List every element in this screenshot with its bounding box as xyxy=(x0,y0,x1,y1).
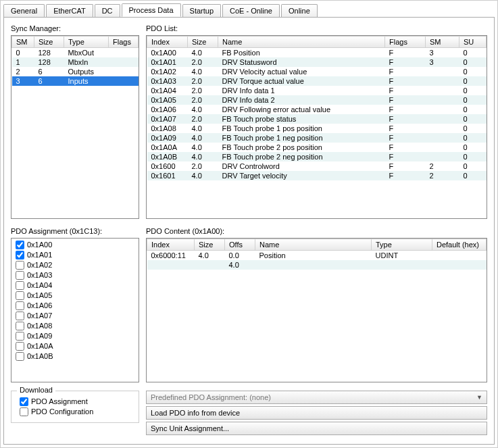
pdo-assignment-list[interactable]: 0x1A000x1A010x1A020x1A030x1A040x1A050x1A… xyxy=(11,238,139,382)
table-row[interactable]: 0x1A064.0DRV Following error actual valu… xyxy=(147,105,487,114)
assignment-item[interactable]: 0x1A00 xyxy=(13,240,137,250)
predefined-pdo-select[interactable]: Predefined PDO Assignment: (none) ▼ xyxy=(146,391,487,404)
assignment-item[interactable]: 0x1A01 xyxy=(13,250,137,260)
table-row[interactable]: 0x16014.0DRV Target velocityF20 xyxy=(147,171,487,180)
table-row[interactable]: 0x1A0B4.0FB Touch probe 2 neg positionF0 xyxy=(147,152,487,161)
assignment-item[interactable]: 0x1A09 xyxy=(13,331,137,341)
column-header[interactable]: SU xyxy=(459,36,487,48)
table-row[interactable]: 0x1A072.0FB Touch probe statusF0 xyxy=(147,114,487,124)
column-header[interactable]: Type xyxy=(64,36,109,48)
pdo-list-table[interactable]: IndexSizeNameFlagsSMSU0x1A004.0FB Positi… xyxy=(146,35,487,219)
table-row[interactable]: 0x1A004.0FB PositionF30 xyxy=(147,48,487,58)
cell: F xyxy=(385,124,426,133)
assignment-checkbox[interactable] xyxy=(16,352,24,361)
column-header[interactable]: Default (hex) xyxy=(432,239,487,251)
table-row[interactable]: 26Outputs xyxy=(12,67,139,76)
column-header[interactable]: Name xyxy=(218,36,385,48)
tab-dc[interactable]: DC xyxy=(95,4,120,17)
column-header[interactable]: Index xyxy=(147,239,195,251)
table-row[interactable]: 4.0 xyxy=(147,260,487,270)
cell: FB Touch probe 1 pos position xyxy=(218,124,385,133)
cell: 2.0 xyxy=(188,161,218,171)
assignment-checkbox[interactable] xyxy=(16,322,24,330)
pdo-content-table[interactable]: IndexSizeOffsNameTypeDefault (hex)0x6000… xyxy=(146,238,487,382)
column-header[interactable]: Size xyxy=(188,36,218,48)
table-row[interactable]: 0x1A052.0DRV Info data 2F0 xyxy=(147,95,487,105)
assignment-item[interactable]: 0x1A07 xyxy=(13,311,137,321)
assignment-id: 0x1A07 xyxy=(27,311,52,321)
cell xyxy=(109,67,139,76)
cell: DRV Velocity actual value xyxy=(218,67,385,76)
assignment-checkbox[interactable] xyxy=(16,342,24,351)
sync-manager-label: Sync Manager: xyxy=(11,24,139,32)
column-header[interactable]: Flags xyxy=(109,36,139,48)
assignment-item[interactable]: 0x1A02 xyxy=(13,260,137,270)
cell: 4.0 xyxy=(188,171,218,180)
assignment-item[interactable]: 0x1A0A xyxy=(13,341,137,351)
cell: 0x1A02 xyxy=(147,67,188,76)
assignment-checkbox[interactable] xyxy=(16,281,24,290)
column-header[interactable]: SM xyxy=(12,36,34,48)
cell: 0 xyxy=(459,114,487,124)
tab-process-data[interactable]: Process Data xyxy=(122,3,181,17)
cell: 0x1A09 xyxy=(147,133,188,143)
cell: MbxIn xyxy=(64,57,109,67)
table-row[interactable]: 0x6000:114.00.0PositionUDINT xyxy=(147,251,487,261)
pdo-configuration-checkbox[interactable] xyxy=(20,407,28,416)
assignment-checkbox[interactable] xyxy=(16,251,24,259)
table-row[interactable]: 0x1A094.0FB Touch probe 1 neg positionF0 xyxy=(147,133,487,143)
column-header[interactable]: Flags xyxy=(385,36,426,48)
cell: 0x1A0A xyxy=(147,143,188,152)
cell: 0x1A08 xyxy=(147,124,188,133)
column-header[interactable]: Type xyxy=(372,239,432,251)
assignment-item[interactable]: 0x1A08 xyxy=(13,321,137,331)
column-header[interactable]: Size xyxy=(34,36,64,48)
cell: 0 xyxy=(459,48,487,58)
sync-unit-assignment-button[interactable]: Sync Unit Assignment... xyxy=(146,422,487,435)
tab-startup[interactable]: Startup xyxy=(182,4,221,17)
column-header[interactable]: Name xyxy=(255,239,372,251)
load-pdo-info-button[interactable]: Load PDO info from device xyxy=(146,406,487,420)
table-row[interactable]: 0x1A024.0DRV Velocity actual valueF0 xyxy=(147,67,487,76)
sync-manager-table[interactable]: SMSizeTypeFlags0128MbxOut1128MbxIn26Outp… xyxy=(11,35,139,219)
cell xyxy=(255,260,372,270)
assignment-item[interactable]: 0x1A0B xyxy=(13,351,137,362)
cell xyxy=(195,260,225,270)
cell: F xyxy=(385,114,426,124)
assignment-checkbox[interactable] xyxy=(16,241,24,249)
table-row[interactable]: 0x1A012.0DRV StatuswordF30 xyxy=(147,57,487,67)
cell: FB Touch probe 1 neg position xyxy=(218,133,385,143)
cell: 0 xyxy=(459,67,487,76)
assignment-item[interactable]: 0x1A04 xyxy=(13,280,137,291)
cell: F xyxy=(385,133,426,143)
cell: 4.0 xyxy=(188,67,218,76)
table-row[interactable]: 0x1A084.0FB Touch probe 1 pos positionF0 xyxy=(147,124,487,133)
column-header[interactable]: Index xyxy=(147,36,188,48)
assignment-checkbox[interactable] xyxy=(16,261,24,270)
tab-ethercat[interactable]: EtherCAT xyxy=(46,4,93,17)
assignment-item[interactable]: 0x1A05 xyxy=(13,291,137,301)
table-row[interactable]: 1128MbxIn xyxy=(12,57,139,67)
column-header[interactable]: Offs xyxy=(225,239,255,251)
assignment-checkbox[interactable] xyxy=(16,271,24,280)
table-row[interactable]: 0128MbxOut xyxy=(12,48,139,58)
assignment-item[interactable]: 0x1A03 xyxy=(13,270,137,280)
assignment-checkbox[interactable] xyxy=(16,291,24,300)
tab-online[interactable]: Online xyxy=(281,4,318,17)
table-row[interactable]: 36Inputs xyxy=(12,76,139,86)
tab-coe-online[interactable]: CoE - Online xyxy=(222,4,280,17)
assignment-checkbox[interactable] xyxy=(16,301,24,310)
table-row[interactable]: 0x1A0A4.0FB Touch probe 2 pos positionF0 xyxy=(147,143,487,152)
table-row[interactable]: 0x16002.0DRV ControlwordF20 xyxy=(147,161,487,171)
column-header[interactable]: SM xyxy=(426,36,459,48)
table-row[interactable]: 0x1A032.0DRV Torque actual valueF0 xyxy=(147,76,487,86)
assignment-checkbox[interactable] xyxy=(16,332,24,341)
cell: F xyxy=(385,171,426,180)
assignment-id: 0x1A0B xyxy=(27,351,53,362)
assignment-item[interactable]: 0x1A06 xyxy=(13,301,137,311)
pdo-assignment-checkbox[interactable] xyxy=(20,397,28,406)
tab-general[interactable]: General xyxy=(3,4,45,17)
column-header[interactable]: Size xyxy=(195,239,225,251)
assignment-checkbox[interactable] xyxy=(16,312,24,320)
table-row[interactable]: 0x1A042.0DRV Info data 1F0 xyxy=(147,86,487,95)
